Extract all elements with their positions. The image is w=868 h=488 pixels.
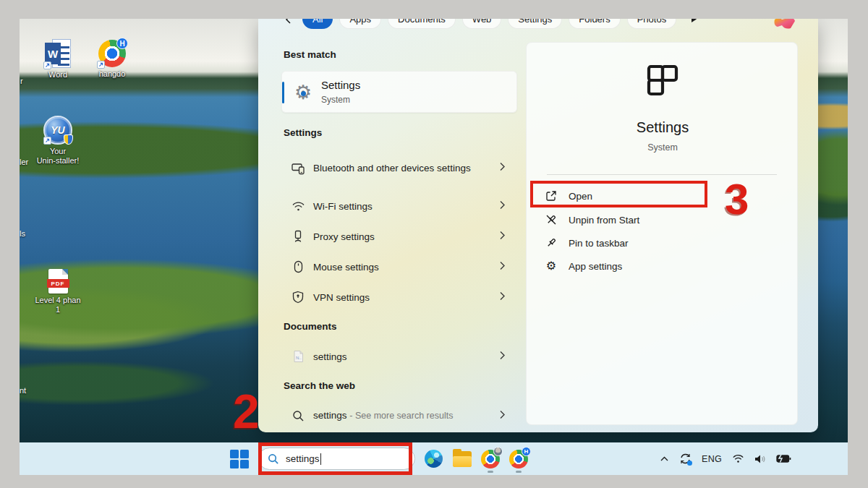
start-button[interactable]	[230, 450, 249, 468]
edge-icon	[425, 450, 443, 468]
preview-app-title: Settings	[527, 119, 799, 136]
result-proxy-settings[interactable]: Proxy settings	[281, 221, 517, 252]
best-match-title: Settings	[321, 79, 360, 91]
desktop-icon-uninstaller[interactable]: YU Your Unin-staller!	[33, 116, 83, 166]
result-suffix: - See more search results	[349, 411, 453, 421]
app-preview-pane: Settings System Open	[526, 42, 798, 425]
profile-avatar-badge	[493, 447, 503, 456]
pdf-file-icon: PDF	[48, 269, 68, 294]
desktop-icon-label: Word	[33, 70, 83, 80]
result-bluetooth-settings[interactable]: Bluetooth and other devices settings	[281, 150, 517, 185]
chevron-right-icon	[499, 291, 506, 304]
preview-app-subtitle: System	[527, 142, 799, 153]
svg-text:N..: N..	[296, 356, 302, 360]
desktop-icon-word[interactable]: W Word	[33, 39, 83, 80]
cutoff-icon-label: ls	[20, 229, 25, 238]
tray-wifi-icon[interactable]	[732, 454, 744, 463]
word-icon: W	[45, 39, 71, 68]
chevron-right-icon	[499, 409, 506, 422]
tab-web[interactable]: Web	[462, 19, 502, 29]
action-label: App settings	[569, 261, 622, 272]
result-label: settings	[313, 350, 485, 364]
desktop-icon-hangdo[interactable]: H hangdo	[87, 40, 137, 79]
shortcut-arrow-icon	[43, 61, 51, 69]
best-match-result[interactable]: ⚙ Settings System	[281, 71, 517, 113]
tray-language-indicator[interactable]: ENG	[702, 454, 722, 464]
section-header-documents: Documents	[284, 321, 337, 332]
action-app-settings[interactable]: ⚙ App settings	[535, 254, 752, 278]
cutoff-icon-label: r	[20, 77, 23, 85]
result-label: Proxy settings	[313, 230, 485, 244]
chevron-right-icon	[499, 350, 506, 363]
selection-accent-bar	[282, 82, 284, 103]
tab-documents[interactable]: Documents	[388, 19, 456, 29]
running-indicator	[516, 471, 522, 473]
proxy-icon	[290, 230, 306, 243]
chevron-right-icon	[499, 200, 506, 213]
result-label: Mouse settings	[313, 260, 485, 274]
tab-settings[interactable]: Settings	[508, 19, 562, 29]
desktop-icon-pdf[interactable]: PDF Level 4 phan 1	[33, 269, 83, 314]
result-mouse-settings[interactable]: Mouse settings	[281, 252, 517, 282]
uac-shield-icon	[64, 134, 73, 145]
profile-h-badge: H	[522, 447, 531, 456]
tray-update-sync-icon[interactable]	[679, 453, 692, 465]
action-label: Unpin from Start	[569, 215, 639, 226]
vpn-shield-icon	[290, 291, 306, 304]
annotation-step-3: 3	[725, 178, 749, 221]
result-wifi-settings[interactable]: Wi-Fi settings	[281, 191, 517, 221]
desktop-screen: r ler ls nt W Word H hangdo	[20, 19, 848, 475]
result-web-search-settings[interactable]: settings - See more search results	[281, 401, 517, 431]
tray-chevron-up-icon[interactable]	[660, 455, 669, 462]
tabs-scroll-right-icon[interactable]	[690, 19, 698, 23]
taskbar-chrome-profile1-button[interactable]	[481, 450, 500, 468]
tab-apps[interactable]: Apps	[339, 19, 381, 29]
desktop-icon-label: Level 4 phan	[35, 296, 81, 304]
notepad-file-icon: N..	[290, 350, 306, 363]
copilot-icon[interactable]	[773, 19, 796, 30]
tab-photos[interactable]: Photos	[627, 19, 676, 29]
action-unpin-from-start[interactable]: Unpin from Start	[535, 208, 752, 231]
cutoff-icon-label: nt	[20, 386, 26, 395]
chrome-profile-icon: H	[98, 40, 126, 67]
result-document-settings[interactable]: N.. settings	[281, 341, 517, 372]
tab-folders[interactable]: Folders	[569, 19, 620, 29]
result-label: settings	[313, 410, 347, 421]
result-label: Wi-Fi settings	[313, 200, 485, 213]
chevron-right-icon	[499, 230, 506, 243]
gear-icon: ⚙	[544, 260, 558, 272]
tray-battery-icon[interactable]	[776, 454, 791, 463]
profile-h-badge: H	[116, 38, 128, 49]
shortcut-arrow-icon	[43, 137, 51, 145]
back-icon[interactable]	[284, 19, 293, 24]
uninstaller-icon: YU	[43, 116, 72, 145]
taskbar-edge-button[interactable]	[425, 450, 443, 468]
section-header-search-web: Search the web	[284, 380, 355, 391]
taskbar-file-explorer-button[interactable]	[453, 450, 472, 468]
desktop-icon-label: Unin-staller!	[37, 156, 80, 165]
tray-volume-icon[interactable]	[754, 454, 766, 464]
action-pin-to-taskbar[interactable]: Pin to taskbar	[535, 231, 752, 254]
search-filter-tabs: All Apps Documents Web Settings Folders …	[284, 19, 698, 29]
best-match-subtitle: System	[321, 95, 350, 105]
result-vpn-settings[interactable]: VPN settings	[281, 282, 517, 312]
chevron-right-icon	[499, 260, 506, 273]
annotation-box-open	[530, 181, 707, 207]
action-label: Pin to taskbar	[569, 238, 629, 249]
chevron-right-icon	[499, 161, 506, 174]
folder-icon	[453, 451, 472, 467]
annotation-step-2: 2	[233, 388, 260, 435]
wifi-icon	[290, 200, 306, 212]
running-indicator	[488, 471, 493, 473]
taskbar-chrome-profile2-button[interactable]: H	[509, 450, 528, 468]
screenshot-gray-frame: r ler ls nt W Word H hangdo	[0, 0, 868, 488]
section-header-best-match: Best match	[284, 49, 336, 60]
desktop-icon-label: Your	[50, 147, 66, 155]
shortcut-arrow-icon	[97, 61, 105, 69]
settings-gear-icon: ⚙	[292, 82, 314, 103]
tab-all[interactable]: All	[302, 19, 333, 29]
taskbar: settings H	[20, 442, 848, 475]
bluetooth-devices-icon	[290, 161, 306, 175]
desktop-icon-label: 1	[56, 305, 60, 314]
unpin-icon	[544, 214, 558, 226]
